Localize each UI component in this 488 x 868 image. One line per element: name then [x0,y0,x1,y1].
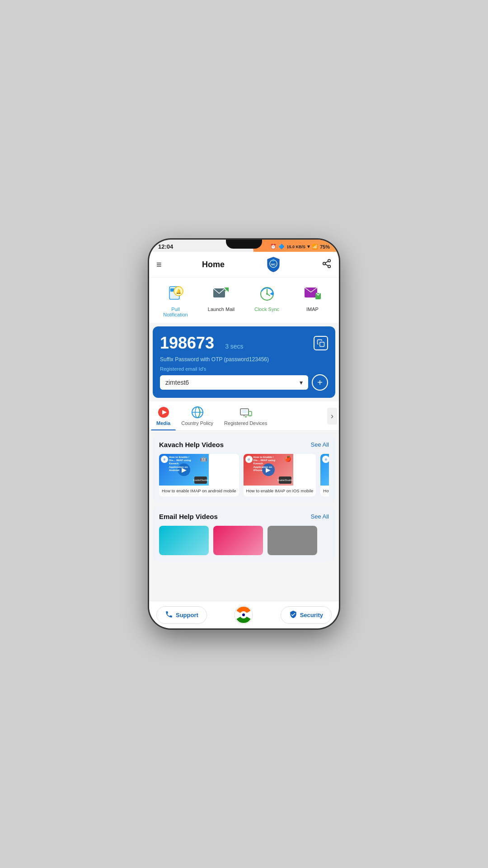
tab-registered-devices[interactable]: Registered Devices [219,401,272,430]
tab-country-policy-label: Country Policy [181,420,213,426]
support-label: Support [176,612,198,618]
svg-rect-39 [320,342,324,347]
support-button[interactable]: Support [156,606,207,624]
svg-point-53 [242,613,245,616]
video-title-2: How to enable IMAP on iOS mobile [244,486,316,496]
launch-mail-label: Launch Mail [208,307,235,312]
registered-devices-tab-icon [239,406,252,419]
selected-email: zimtest6 [165,379,189,386]
page-title: Home [202,260,225,269]
nic-logo-thumb-3: @ [322,456,329,463]
quick-action-clock-sync[interactable]: Clock Sync [251,283,283,317]
email-videos-title: Email Help Videos [159,513,218,520]
copy-otp-button[interactable] [314,336,328,350]
bottom-bar: Support [149,601,339,628]
quick-actions-row: 🔔 PullNotification [149,278,339,323]
enable-disable-badge-2: Enable/Disable [279,476,291,484]
security-button[interactable]: Security [281,606,332,624]
add-email-button[interactable]: + [312,374,328,391]
email-video-cards [159,526,329,555]
imap-label: IMAP [306,307,319,312]
dropdown-arrow-icon: ▾ [300,379,303,386]
tab-registered-devices-label: Registered Devices [224,420,267,426]
app-header: ≡ Home NIC @ [149,252,339,278]
digital-india-logo [234,605,253,625]
svg-rect-38 [315,293,321,299]
svg-line-23 [325,264,328,266]
tab-media[interactable]: Media [151,401,176,430]
quick-action-launch-mail[interactable]: Launch Mail [206,283,237,317]
nic-logo-thumb-2: @ [245,456,253,463]
launch-mail-icon [211,283,232,305]
quick-action-imap[interactable]: IMAP [297,283,328,317]
tabs-navigation: Media Country Policy [149,401,339,431]
battery-level: 75% [320,244,330,250]
signal-icon: 📶 [312,244,318,250]
clock-sync-icon [256,283,278,305]
status-time: 12:04 [158,243,173,250]
security-label: Security [300,612,323,618]
network-speed: 15.0 KB/S [286,245,305,249]
otp-number: 198673 [160,334,214,353]
email-see-all-link[interactable]: See All [311,513,329,520]
email-video-card-2[interactable] [213,526,263,555]
status-icons: ⏰ 🔷 15.0 KB/S ▾ 📶 75% [270,244,330,250]
kavach-video-cards: @ How to Enable / Dis... IMAP using Kava… [159,454,329,496]
otp-timer: 3 secs [225,343,243,350]
android-icon: 🤖 [200,456,207,462]
email-video-card-3[interactable] [267,526,317,555]
svg-marker-36 [270,292,273,296]
email-videos-section: Email Help Videos See All [153,506,335,561]
enable-disable-badge: Enable/Disable [194,476,207,484]
hamburger-menu-icon[interactable]: ≡ [156,259,162,270]
alarm-icon: ⏰ [270,244,277,250]
email-dropdown[interactable]: zimtest6 ▾ [160,375,308,390]
video-title-3: How to enable manually on Android [320,486,329,496]
main-content: 🔔 PullNotification [149,278,339,601]
media-tab-icon [157,406,170,419]
tabs-next-arrow[interactable]: › [327,408,337,425]
video-thumb-text-2: How to Enable / Dis... IMAP using Kavach… [253,456,276,472]
tab-media-label: Media [156,420,170,426]
video-card-manual[interactable]: @ How to Enable Manu... on Android Mobil… [320,454,329,496]
svg-text:NIC: NIC [271,263,276,266]
svg-point-49 [249,415,250,416]
kavach-videos-title: Kavach Help Videos [159,441,224,448]
svg-text:🔔: 🔔 [176,288,182,294]
pull-notification-icon: 🔔 [165,283,187,305]
kavach-videos-section: Kavach Help Videos See All @ How to Enab… [153,434,335,503]
otp-suffix-text: Suffix Password with OTP (password123456… [160,356,328,363]
kavach-see-all-link[interactable]: See All [311,441,329,448]
svg-line-35 [267,294,270,296]
bluetooth-icon: 🔷 [278,244,285,250]
otp-card: 198673 3 secs Suffix Password with OTP (… [153,326,335,398]
video-card-android[interactable]: @ How to Enable / Dis... IMAP using Kava… [159,454,239,496]
svg-rect-46 [242,410,247,413]
tab-country-policy[interactable]: Country Policy [176,401,219,430]
shield-security-icon [289,610,297,620]
notch [226,240,262,249]
pull-notification-label: PullNotification [163,307,188,317]
quick-action-pull-notification[interactable]: 🔔 PullNotification [160,283,192,317]
svg-line-24 [325,261,328,263]
ios-icon: 🍎 [285,456,291,462]
clock-sync-label: Clock Sync [254,307,279,312]
country-policy-tab-icon [191,406,204,419]
svg-text:@: @ [272,259,275,262]
nic-logo-thumb: @ [161,456,168,463]
otp-email-label: Registered email Id's [160,366,328,372]
video-title-1: How to enable IMAP on android mobile [159,486,239,496]
video-card-ios[interactable]: @ How to Enable / Dis... IMAP using Kava… [244,454,316,496]
imap-icon [302,283,324,305]
nic-logo: NIC @ [265,256,282,273]
share-icon[interactable] [322,259,332,271]
wifi-icon: ▾ [307,244,310,250]
phone-icon [165,610,173,620]
email-video-card-1[interactable] [159,526,209,555]
video-thumb-text-1: How to Enable / Dis... IMAP using Kavach… [169,456,192,472]
